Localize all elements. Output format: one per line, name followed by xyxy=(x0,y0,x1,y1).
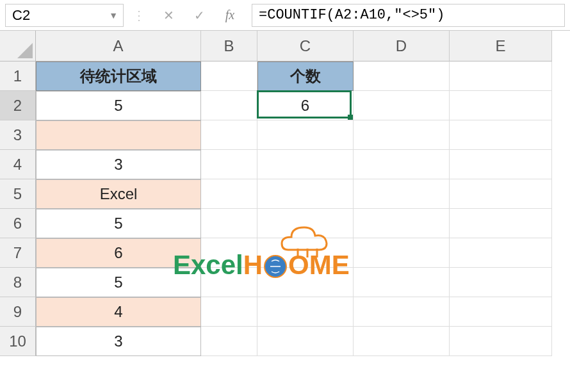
cell-C10[interactable] xyxy=(257,327,354,356)
grid-row: 3 xyxy=(36,327,552,356)
row-header-4[interactable]: 4 xyxy=(0,150,36,179)
cell-E1[interactable] xyxy=(450,61,552,91)
grid-row: 5 xyxy=(36,268,552,297)
cell-B10[interactable] xyxy=(201,327,257,356)
row-header-9[interactable]: 9 xyxy=(0,297,36,327)
row-header-1[interactable]: 1 xyxy=(0,61,36,91)
checkmark-icon: ✓ xyxy=(194,8,205,23)
column-header-B[interactable]: B xyxy=(201,31,257,61)
cell-E9[interactable] xyxy=(450,297,552,327)
formula-bar: C2 ▼ ⋮ ✕ ✓ fx =COUNTIF(A2:A10,"<>5") xyxy=(0,0,570,31)
cell-D6[interactable] xyxy=(354,209,450,238)
cell-A1[interactable]: 待统计区域 xyxy=(36,61,201,91)
cell-C8[interactable] xyxy=(257,268,354,297)
cell-E4[interactable] xyxy=(450,150,552,179)
formula-text: =COUNTIF(A2:A10,"<>5") xyxy=(259,7,444,23)
grid-row: 3 xyxy=(36,150,552,179)
cell-C2[interactable]: 6 xyxy=(257,91,354,120)
column-header-A[interactable]: A xyxy=(36,31,201,61)
column-header-E[interactable]: E xyxy=(450,31,552,61)
cell-B4[interactable] xyxy=(201,150,257,179)
accept-button[interactable]: ✓ xyxy=(185,4,213,27)
cell-D4[interactable] xyxy=(354,150,450,179)
row-header-5[interactable]: 5 xyxy=(0,179,36,209)
cell-D5[interactable] xyxy=(354,179,450,209)
grid-row: 4 xyxy=(36,297,552,327)
dropdown-icon[interactable]: ▼ xyxy=(109,10,118,20)
cell-C5[interactable] xyxy=(257,179,354,209)
cell-D10[interactable] xyxy=(354,327,450,356)
cell-D9[interactable] xyxy=(354,297,450,327)
grid-row: 5 xyxy=(36,209,552,238)
cell-C7[interactable] xyxy=(257,238,354,268)
cell-E7[interactable] xyxy=(450,238,552,268)
cancel-button[interactable]: ✕ xyxy=(154,4,183,27)
row-header-10[interactable]: 10 xyxy=(0,327,36,356)
cell-A10[interactable]: 3 xyxy=(36,327,201,356)
cell-reference: C2 xyxy=(12,7,30,24)
row-header-7[interactable]: 7 xyxy=(0,238,36,268)
cell-A3[interactable] xyxy=(36,120,201,150)
cell-C3[interactable] xyxy=(257,120,354,150)
fx-button[interactable]: fx xyxy=(216,4,244,27)
cell-A7[interactable]: 6 xyxy=(36,238,201,268)
cell-B6[interactable] xyxy=(201,209,257,238)
cell-D1[interactable] xyxy=(354,61,450,91)
row-headers: 12345678910 xyxy=(0,61,36,356)
cell-B8[interactable] xyxy=(201,268,257,297)
grid-row: Excel xyxy=(36,179,552,209)
left-column: 12345678910 xyxy=(0,31,36,356)
cell-D2[interactable] xyxy=(354,91,450,120)
cell-A4[interactable]: 3 xyxy=(36,150,201,179)
cell-E8[interactable] xyxy=(450,268,552,297)
cell-B3[interactable] xyxy=(201,120,257,150)
formula-input[interactable]: =COUNTIF(A2:A10,"<>5") xyxy=(252,4,565,27)
grid-row: 56 xyxy=(36,91,552,120)
cell-B9[interactable] xyxy=(201,297,257,327)
fx-icon: fx xyxy=(225,8,234,22)
cell-D8[interactable] xyxy=(354,268,450,297)
row-header-6[interactable]: 6 xyxy=(0,209,36,238)
cell-A9[interactable]: 4 xyxy=(36,297,201,327)
column-header-C[interactable]: C xyxy=(257,31,354,61)
cell-A2[interactable]: 5 xyxy=(36,91,201,120)
cell-E10[interactable] xyxy=(450,327,552,356)
cell-B7[interactable] xyxy=(201,238,257,268)
cell-A5[interactable]: Excel xyxy=(36,179,201,209)
cell-E3[interactable] xyxy=(450,120,552,150)
cell-C1[interactable]: 个数 xyxy=(257,61,354,91)
name-box[interactable]: C2 ▼ xyxy=(5,4,124,27)
cell-C9[interactable] xyxy=(257,297,354,327)
cell-B2[interactable] xyxy=(201,91,257,120)
cell-E2[interactable] xyxy=(450,91,552,120)
select-all-corner[interactable] xyxy=(0,31,36,61)
cell-E5[interactable] xyxy=(450,179,552,209)
column-headers: ABCDE xyxy=(36,31,552,61)
cell-E6[interactable] xyxy=(450,209,552,238)
cancel-icon: ✕ xyxy=(163,8,174,23)
grid-row: 6 xyxy=(36,238,552,268)
cell-C6[interactable] xyxy=(257,209,354,238)
grid-row: 待统计区域个数 xyxy=(36,61,552,91)
spreadsheet: 12345678910 ABCDE 待统计区域个数563Excel56543 xyxy=(0,31,570,356)
cell-B5[interactable] xyxy=(201,179,257,209)
cell-B1[interactable] xyxy=(201,61,257,91)
cell-A8[interactable]: 5 xyxy=(36,268,201,297)
row-header-3[interactable]: 3 xyxy=(0,120,36,150)
cell-D3[interactable] xyxy=(354,120,450,150)
cell-D7[interactable] xyxy=(354,238,450,268)
cell-grid[interactable]: 待统计区域个数563Excel56543 xyxy=(36,61,552,356)
cell-A6[interactable]: 5 xyxy=(36,209,201,238)
separator-icon: ⋮ xyxy=(126,8,152,23)
row-header-8[interactable]: 8 xyxy=(0,268,36,297)
grid-row xyxy=(36,120,552,150)
row-header-2[interactable]: 2 xyxy=(0,91,36,120)
column-header-D[interactable]: D xyxy=(354,31,450,61)
main-grid-wrap: ABCDE 待统计区域个数563Excel56543 xyxy=(36,31,552,356)
cell-C4[interactable] xyxy=(257,150,354,179)
